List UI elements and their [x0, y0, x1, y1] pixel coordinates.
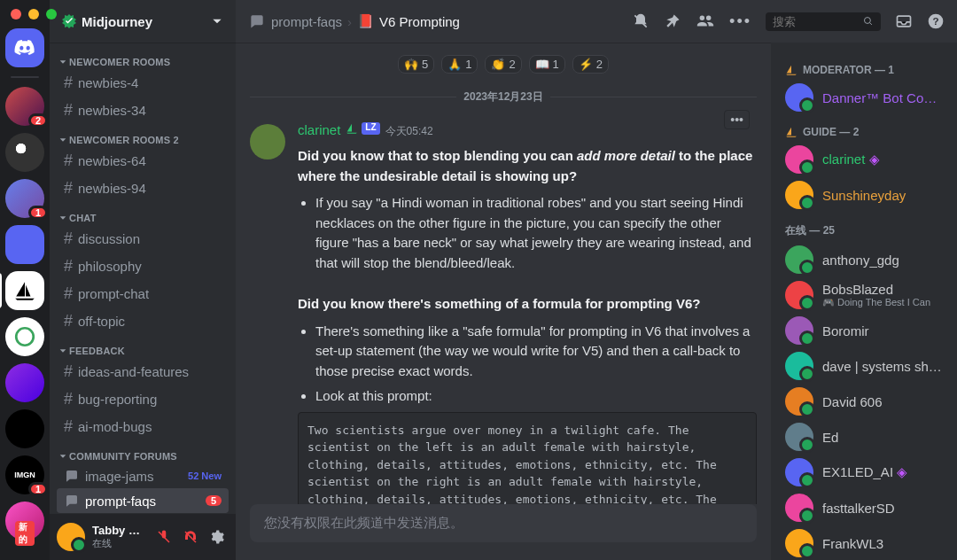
date-divider: 2023年12月23日	[250, 89, 757, 105]
message-actions[interactable]: •••	[724, 110, 750, 129]
message-author[interactable]: clarinet	[298, 122, 340, 137]
channel-item[interactable]: prompt-faqs5	[57, 488, 229, 513]
search-input[interactable]	[773, 15, 858, 28]
member-avatar	[785, 145, 813, 174]
reaction[interactable]: 🙏1	[441, 55, 478, 74]
inbox-button[interactable]	[895, 12, 913, 30]
server-divider	[11, 76, 39, 78]
hash-icon: #	[64, 74, 73, 92]
member-item[interactable]: FrankWL3	[778, 525, 950, 560]
topbar: prompt-faqs › 📕 V6 Prompting •••	[236, 0, 957, 43]
reaction-emoji: 📖	[535, 58, 549, 71]
server-item[interactable]: 新的	[5, 502, 44, 541]
channel-category[interactable]: COMMUNITY FORUMS	[57, 440, 229, 463]
server-name: Midjourney	[82, 14, 152, 29]
search-box[interactable]	[766, 12, 881, 31]
server-item[interactable]: 1	[5, 179, 44, 218]
reaction[interactable]: 👏2	[485, 55, 521, 74]
server-item[interactable]	[5, 363, 44, 402]
member-avatar	[785, 458, 813, 486]
channel-item[interactable]: #newbies-94	[57, 175, 229, 202]
member-avatar	[785, 423, 813, 451]
close-window[interactable]	[11, 9, 21, 19]
svg-text:?: ?	[932, 15, 938, 27]
breadcrumb-thread: V6 Prompting	[379, 14, 460, 29]
channel-category[interactable]: NEWCOMER ROOMS 2	[57, 124, 229, 147]
member-avatar	[785, 494, 813, 522]
channel-item[interactable]: #newbies-34	[57, 97, 229, 124]
channel-item[interactable]: #off-topic	[57, 307, 229, 335]
server-item[interactable]: IMGN 1	[5, 455, 44, 494]
server-item[interactable]	[5, 317, 44, 356]
channel-item[interactable]: #philosophy	[57, 253, 229, 280]
member-item[interactable]: fasttalkerSD	[778, 490, 950, 525]
server-item[interactable]: 2	[5, 87, 44, 126]
message-avatar[interactable]	[250, 124, 285, 159]
channel-label: ideas-and-features	[78, 364, 189, 379]
channel-item[interactable]: #ai-mod-bugs	[57, 413, 229, 440]
reaction[interactable]: ⚡2	[572, 55, 609, 74]
member-item[interactable]: BobsBlazed🎮 Doing The Best I Can	[778, 277, 950, 313]
channel-category[interactable]: FEEDBACK	[57, 335, 229, 358]
settings-button[interactable]	[206, 525, 229, 548]
sailboat-icon	[346, 122, 358, 135]
channel-item[interactable]: image-jams52 New	[57, 463, 229, 488]
channel-pill: 52 New	[188, 471, 222, 481]
member-item[interactable]: dave | systems shaper	[778, 348, 950, 384]
deafen-button[interactable]	[179, 525, 202, 548]
member-avatar	[785, 83, 813, 112]
member-item[interactable]: Ed	[778, 419, 950, 455]
channel-item[interactable]: #discussion	[57, 225, 229, 253]
member-item[interactable]: clarinet ◈	[778, 142, 950, 177]
mute-mic-button[interactable]	[152, 525, 175, 548]
server-item[interactable]	[5, 133, 44, 172]
role-header: 在线 — 25	[778, 213, 950, 242]
user-avatar[interactable]	[57, 523, 85, 551]
member-item[interactable]: Boromir	[778, 313, 950, 348]
member-name: Danner™ Bot Confirm...	[822, 90, 943, 105]
server-midjourney[interactable]	[5, 271, 44, 310]
server-badge: 1	[28, 206, 48, 220]
server-item[interactable]	[5, 409, 44, 448]
channel-label: discussion	[78, 231, 140, 246]
channel-item[interactable]: #newbies-4	[57, 69, 229, 97]
pinned-button[interactable]	[664, 12, 681, 30]
reaction-emoji: ⚡	[579, 58, 593, 71]
member-avatar	[785, 245, 813, 274]
chevron-down-icon	[58, 136, 67, 144]
channel-sidebar: Midjourney NEWCOMER ROOMS#newbies-4#newb…	[50, 0, 236, 560]
more-button[interactable]: •••	[729, 12, 751, 31]
channel-item[interactable]: #prompt-chat	[57, 280, 229, 307]
channel-label: newbies-94	[78, 181, 146, 196]
member-name: fasttalkerSD	[822, 501, 943, 516]
chevron-down-icon	[58, 346, 67, 355]
member-item[interactable]: Sunshineyday	[778, 177, 950, 213]
main-content: prompt-faqs › 📕 V6 Prompting •••	[236, 0, 957, 560]
member-item[interactable]: EX1LED_AI ◈	[778, 455, 950, 490]
minimize-window[interactable]	[28, 9, 39, 19]
members-toggle[interactable]	[696, 12, 715, 31]
reaction[interactable]: 🙌5	[398, 55, 434, 74]
breadcrumb-parent[interactable]: prompt-faqs	[271, 14, 342, 29]
maximize-window[interactable]	[46, 9, 57, 19]
channel-item[interactable]: #ideas-and-features	[57, 358, 229, 385]
channel-label: prompt-faqs	[85, 494, 156, 509]
message-content: Did you know that to stop blending you c…	[298, 146, 757, 504]
member-status: 🎮 Doing The Best I Can	[822, 297, 943, 308]
member-item[interactable]: anthony_gdg	[778, 242, 950, 277]
help-button[interactable]: ?	[927, 12, 945, 30]
channel-category[interactable]: CHAT	[57, 202, 229, 225]
notifications-button[interactable]	[632, 12, 650, 30]
channel-category[interactable]: NEWCOMER ROOMS	[57, 46, 229, 69]
hash-icon: #	[64, 417, 73, 436]
member-item[interactable]: Danner™ Bot Confirm...	[778, 80, 950, 115]
channel-label: newbies-34	[78, 103, 146, 118]
reaction[interactable]: 📖1	[529, 55, 565, 74]
server-folder[interactable]	[5, 225, 44, 264]
discord-home[interactable]	[5, 28, 44, 67]
channel-item[interactable]: #newbies-64	[57, 147, 229, 175]
channel-item[interactable]: #bug-reporting	[57, 385, 229, 413]
hash-icon: #	[64, 257, 73, 276]
member-item[interactable]: David 606	[778, 384, 950, 419]
server-header[interactable]: Midjourney	[50, 0, 236, 43]
